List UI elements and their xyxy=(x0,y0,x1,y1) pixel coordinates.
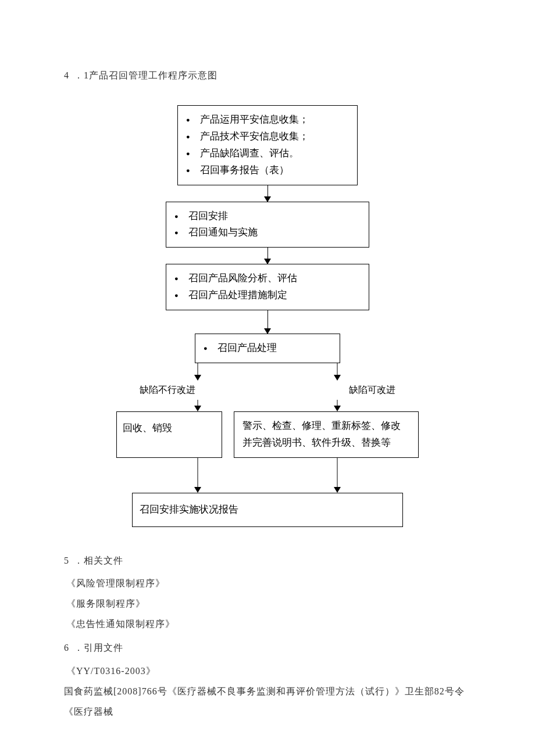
flow-item: 召回通知与实施 xyxy=(174,224,361,241)
branch-labels: 缺陷不行改进 缺陷可改进 xyxy=(140,384,395,396)
flow-box-report: 召回安排实施状况报告 xyxy=(132,493,403,527)
svg-marker-1 xyxy=(194,375,201,381)
flowchart: 产品运用平安信息收集； 产品技术平安信息收集； 产品缺陷调查、评估。 召回事务报… xyxy=(116,105,419,527)
document-page: 4．1产品召回管理工作程序示意图 产品运用平安信息收集； 产品技术平安信息收集；… xyxy=(0,0,535,745)
section-number: 6 xyxy=(64,637,69,658)
flow-box-collect: 产品运用平安信息收集； 产品技术平安信息收集； 产品缺陷调查、评估。 召回事务报… xyxy=(177,105,358,185)
branch-merge-icon xyxy=(134,458,401,493)
flow-item: 召回产品处理 xyxy=(204,340,331,357)
flow-item: 召回产品风险分析、评估 xyxy=(174,270,361,287)
doc-ref: 《风险管理限制程序》 xyxy=(66,573,471,593)
branch-boxes: 回收、销毁 警示、检查、修理、重新标签、修改并完善说明书、软件升级、替换等 xyxy=(116,411,419,458)
flow-item: 产品缺陷调查、评估。 xyxy=(186,145,349,162)
section-5: 5．相关文件 《风险管理限制程序》 《服务限制程序》 《忠告性通知限制程序》 6… xyxy=(64,550,471,722)
flow-item: 召回安排 xyxy=(174,208,361,225)
flow-box-analyze: 召回产品风险分析、评估 召回产品处理措施制定 xyxy=(166,264,369,310)
flow-box-destroy: 回收、销毁 xyxy=(116,411,222,458)
flow-item: 召回事务报告（表） xyxy=(186,162,349,179)
svg-marker-9 xyxy=(194,487,201,493)
svg-marker-11 xyxy=(334,487,341,493)
flow-item: 召回产品处理措施制定 xyxy=(174,287,361,304)
doc-ref: 《YY/T0316-2003》 xyxy=(66,661,471,681)
section-6-heading: 6．引用文件 xyxy=(64,637,471,658)
branch-right-label: 缺陷可改进 xyxy=(349,384,395,396)
flow-box-arrange: 召回安排 召回通知与实施 xyxy=(166,202,369,248)
doc-ref: 国食药监械[2008]766号《医疗器械不良事务监测和再评价管理方法（试行）》卫… xyxy=(64,681,471,722)
section-title: ．1产品召回管理工作程序示意图 xyxy=(74,70,217,80)
flow-box-improve: 警示、检查、修理、重新标签、修改并完善说明书、软件升级、替换等 xyxy=(234,411,419,458)
section-title: ．相关文件 xyxy=(74,556,123,565)
section-title: ．引用文件 xyxy=(74,643,123,653)
flow-text: 警示、检查、修理、重新标签、修改并完善说明书、软件升级、替换等 xyxy=(242,420,401,448)
section-number: 5 xyxy=(64,550,69,571)
flow-box-process: 召回产品处理 xyxy=(195,334,340,363)
branch-left-label: 缺陷不行改进 xyxy=(140,384,195,396)
svg-marker-3 xyxy=(334,375,341,381)
flow-text: 召回安排实施状况报告 xyxy=(140,504,238,515)
section-number: 4 xyxy=(64,70,69,81)
branch-split-icon xyxy=(134,400,401,411)
flow-item: 产品技术平安信息收集； xyxy=(186,128,349,145)
doc-ref: 《服务限制程序》 xyxy=(66,593,471,614)
svg-marker-5 xyxy=(194,406,201,411)
doc-ref: 《忠告性通知限制程序》 xyxy=(66,614,471,634)
section-4-1-heading: 4．1产品召回管理工作程序示意图 xyxy=(64,70,471,82)
svg-marker-7 xyxy=(334,406,341,411)
flow-text: 回收、销毁 xyxy=(123,422,172,433)
section-5-heading: 5．相关文件 xyxy=(64,550,471,571)
flow-item: 产品运用平安信息收集； xyxy=(186,112,349,128)
branch-split-icon xyxy=(134,363,401,381)
